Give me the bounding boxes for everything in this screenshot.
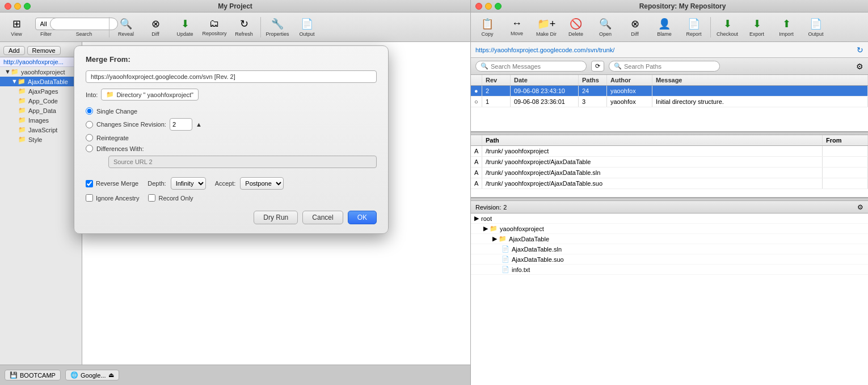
log-row-1[interactable]: ○ 1 09-06-08 23:36:01 3 yaoohfox Initial… xyxy=(471,97,868,107)
diff-button-right[interactable]: ⊗ Diff xyxy=(621,15,649,40)
right-traffic-lights xyxy=(475,3,502,10)
tree-info[interactable]: 📄 info.txt xyxy=(471,265,868,275)
ok-button[interactable]: OK xyxy=(348,211,377,224)
checkout-button[interactable]: ⬇ Checkout xyxy=(713,15,741,40)
remove-button[interactable]: Remove xyxy=(27,46,61,55)
accept-select[interactable]: Postpone xyxy=(240,177,284,190)
source-url-input[interactable] xyxy=(108,156,377,168)
spinner-up[interactable]: ▲ xyxy=(196,121,202,128)
radio-changes-since-input[interactable] xyxy=(86,121,93,128)
cancel-button[interactable]: Cancel xyxy=(302,211,343,224)
record-only-input[interactable] xyxy=(148,194,155,202)
search-paths-input[interactable] xyxy=(624,63,715,70)
move-icon: ↔ xyxy=(512,18,522,30)
sidebar-item-ajaxpages[interactable]: 📁 AjaxPages xyxy=(0,86,82,96)
sidebar-item-ajaxdatatable[interactable]: ▼📁 AjaxDataTable xyxy=(0,77,82,86)
tree-suo[interactable]: 📄 AjaxDataTable.suo xyxy=(471,254,868,265)
url-refresh-icon[interactable]: ↻ xyxy=(857,45,863,55)
update-label: Update xyxy=(176,31,193,37)
move-button[interactable]: ↔ Move xyxy=(503,15,531,40)
path-row-3[interactable]: A /trunk/ yaoohfoxproject/AjaxDataTable.… xyxy=(471,178,868,189)
tree-sln-icon: 📄 xyxy=(502,245,509,253)
sidebar-item-label: AjaxPages xyxy=(28,88,58,95)
repo-url: http://yaoohfoxproje... xyxy=(0,57,82,67)
close-button[interactable] xyxy=(5,3,11,10)
sidebar-item-yaoohfoxproject[interactable]: ▼📁 yaoohfoxproject xyxy=(0,67,82,77)
reveal-button[interactable]: 🔍 Reveal xyxy=(112,15,140,40)
folder-icon: ▼📁 xyxy=(5,68,19,76)
right-minimize-button[interactable] xyxy=(485,3,492,10)
open-button[interactable]: 🔍 Open xyxy=(591,15,620,40)
col-paths-header: Paths xyxy=(579,75,607,85)
radio-reintegrate[interactable]: Reintegrate xyxy=(86,134,377,141)
refresh-button[interactable]: ↻ Refresh xyxy=(230,15,258,40)
tree-sln[interactable]: 📄 AjaxDataTable.sln xyxy=(471,244,868,254)
tree-yaoohfoxproject[interactable]: ▶ 📁 yaoohfoxproject xyxy=(471,224,868,234)
output-button-left[interactable]: 📄 Output xyxy=(293,15,321,40)
copy-button[interactable]: 📋 Copy xyxy=(473,15,502,40)
search-input[interactable] xyxy=(50,18,118,30)
refresh-icon: ↻ xyxy=(240,18,248,30)
path-row-3-from xyxy=(823,178,868,189)
radio-changes-since[interactable]: Changes Since Revision: ▲ xyxy=(86,118,377,131)
path-row-1-from xyxy=(823,157,868,167)
ignore-ancestry-input[interactable] xyxy=(86,194,93,202)
diff-button[interactable]: ⊗ Diff xyxy=(141,15,170,40)
radio-single-change-input[interactable] xyxy=(86,107,93,115)
record-only-checkbox[interactable]: Record Only xyxy=(148,194,193,202)
bootcamp-item[interactable]: 💾 BOOTCAMP xyxy=(5,370,61,380)
update-button[interactable]: ⬇ Update xyxy=(171,15,199,40)
search-button[interactable]: Search xyxy=(61,15,107,40)
output-button-right[interactable]: 📄 Output xyxy=(802,15,830,40)
tree-folder-icon: ▶ 📁 xyxy=(483,225,498,232)
revision-input[interactable] xyxy=(170,118,192,131)
left-panel: My Project ⊞ View All Filter Search 🔍 Re… xyxy=(0,0,471,385)
folder-icon: 📁 xyxy=(18,126,26,133)
make-dir-button[interactable]: 📁+ Make Dir xyxy=(532,15,561,40)
sidebar-item-images[interactable]: 📁 Images xyxy=(0,115,82,125)
tree-root-icon: ▶ xyxy=(474,215,479,222)
import-button[interactable]: ⬆ Import xyxy=(772,15,800,40)
radio-differences-input[interactable] xyxy=(86,145,93,152)
sidebar-item-label: yaoohfoxproject xyxy=(21,69,65,76)
path-row-1[interactable]: A /trunk/ yaoohfoxproject/AjaxDataTable xyxy=(471,157,868,168)
tree-root[interactable]: ▶ root xyxy=(471,214,868,224)
ignore-ancestry-checkbox[interactable]: Ignore Ancestry xyxy=(86,194,139,202)
search-messages-input[interactable] xyxy=(491,63,582,70)
add-button[interactable]: Add xyxy=(3,46,25,55)
repository-button[interactable]: 🗂 Repository xyxy=(200,15,229,40)
reverse-merge-input[interactable] xyxy=(86,180,93,187)
revision-settings-icon[interactable]: ⚙ xyxy=(857,203,863,211)
search-bar: 🔍 ⟳ 🔍 ⚙ xyxy=(471,58,868,75)
sidebar-item-app-code[interactable]: 📁 App_Code xyxy=(0,96,82,106)
radio-reintegrate-input[interactable] xyxy=(86,134,93,141)
delete-icon: 🚫 xyxy=(570,18,582,30)
path-row-1-flag: A xyxy=(471,157,482,167)
sidebar-item-javascript[interactable]: 📁 JavaScript xyxy=(0,125,82,135)
reverse-merge-checkbox[interactable]: Reverse Merge xyxy=(86,180,138,187)
dry-run-button[interactable]: Dry Run xyxy=(254,211,298,224)
delete-button[interactable]: 🚫 Delete xyxy=(562,15,590,40)
path-row-2[interactable]: A /trunk/ yaoohfoxproject/AjaxDataTable.… xyxy=(471,168,868,178)
radio-differences-with[interactable]: Differences With: xyxy=(86,145,377,152)
path-row-0[interactable]: A /trunk/ yaoohfoxproject xyxy=(471,146,868,157)
blame-button[interactable]: 👤 Blame xyxy=(650,15,679,40)
search-messages-button[interactable]: ⟳ xyxy=(591,61,604,72)
google-item[interactable]: 🌐 Google... ⏏ xyxy=(65,370,119,380)
report-button[interactable]: 📄 Report xyxy=(680,15,708,40)
tree-info-icon: 📄 xyxy=(502,266,509,273)
minimize-button[interactable] xyxy=(14,3,21,10)
sidebar-item-app-data[interactable]: 📁 App_Data xyxy=(0,106,82,115)
view-button[interactable]: ⊞ View xyxy=(2,15,31,40)
right-zoom-button[interactable] xyxy=(495,3,502,10)
tree-ajaxdatatable[interactable]: ▶ 📁 AjaxDataTable xyxy=(471,234,868,244)
zoom-button[interactable] xyxy=(24,3,31,10)
radio-single-change[interactable]: Single Change xyxy=(86,107,377,115)
search-settings-icon[interactable]: ⚙ xyxy=(856,62,863,71)
properties-button[interactable]: 🔧 Properties xyxy=(263,15,292,40)
right-close-button[interactable] xyxy=(475,3,482,10)
log-row-2[interactable]: ● 2 09-06-08 23:43:10 24 yaoohfox xyxy=(471,86,868,97)
export-button[interactable]: ⬇ Export xyxy=(743,15,771,40)
sidebar-item-style[interactable]: 📁 Style xyxy=(0,135,82,144)
depth-select[interactable]: Infinity xyxy=(171,177,206,190)
